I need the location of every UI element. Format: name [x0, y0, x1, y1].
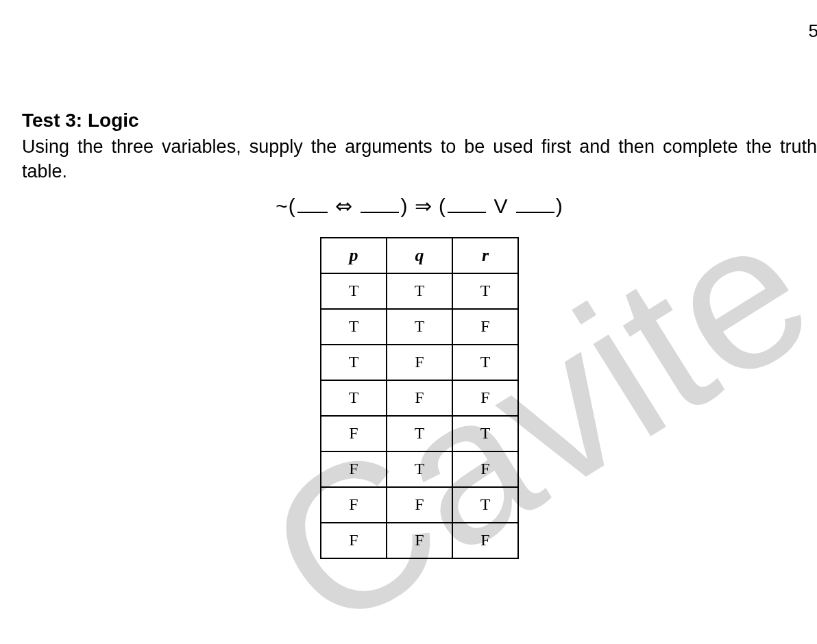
cell: F	[387, 345, 452, 380]
cell: T	[452, 416, 518, 451]
content-area: Test 3: Logic Using the three variables,…	[22, 110, 817, 559]
table-row: T T T	[321, 273, 518, 309]
biconditional-symbol: ⇔	[335, 195, 353, 217]
cell: F	[387, 487, 452, 523]
cell: T	[452, 273, 518, 309]
cell: F	[321, 416, 387, 451]
right-paren-1: )	[400, 195, 408, 217]
cell: T	[387, 416, 452, 451]
page: 5 Test 3: Logic Using the three variable…	[0, 0, 817, 644]
cell: T	[321, 309, 387, 345]
or-symbol: V	[493, 195, 508, 217]
cell: F	[321, 487, 387, 523]
implies-symbol: ⇒	[415, 195, 432, 217]
table-row: F T F	[321, 451, 518, 487]
cell: F	[321, 451, 387, 487]
test-title: Test 3: Logic	[22, 110, 817, 132]
cell: F	[452, 309, 518, 345]
blank-2[interactable]	[361, 195, 399, 213]
cell: F	[321, 523, 387, 558]
instructions-text: Using the three variables, supply the ar…	[22, 134, 817, 184]
col-header-p: p	[321, 238, 387, 273]
negation-symbol: ~	[276, 195, 289, 217]
cell: F	[387, 380, 452, 416]
blank-3[interactable]	[448, 195, 486, 213]
truth-table: p q r T T T T T F T F	[320, 237, 519, 559]
table-row: F T T	[321, 416, 518, 451]
left-paren-2: (	[439, 195, 446, 217]
formula-expression: ~( ⇔ ) ⇒ ( V )	[22, 194, 817, 218]
table-header-row: p q r	[321, 238, 518, 273]
table-row: F F F	[321, 523, 518, 558]
cell: T	[387, 273, 452, 309]
cell: T	[387, 451, 452, 487]
blank-1[interactable]	[297, 195, 328, 213]
col-header-r: r	[452, 238, 518, 273]
cell: T	[452, 345, 518, 380]
left-paren-1: (	[289, 195, 296, 217]
blank-4[interactable]	[516, 195, 554, 213]
table-row: T F F	[321, 380, 518, 416]
cell: T	[452, 487, 518, 523]
cell: T	[321, 273, 387, 309]
table-row: F F T	[321, 487, 518, 523]
table-row: T F T	[321, 345, 518, 380]
table-row: T T F	[321, 309, 518, 345]
cell: T	[387, 309, 452, 345]
cell: T	[321, 380, 387, 416]
cell: F	[452, 523, 518, 558]
cell: F	[452, 380, 518, 416]
cell: F	[452, 451, 518, 487]
right-paren-2: )	[556, 195, 563, 217]
page-number: 5	[809, 21, 817, 42]
cell: T	[321, 345, 387, 380]
col-header-q: q	[387, 238, 452, 273]
cell: F	[387, 523, 452, 558]
